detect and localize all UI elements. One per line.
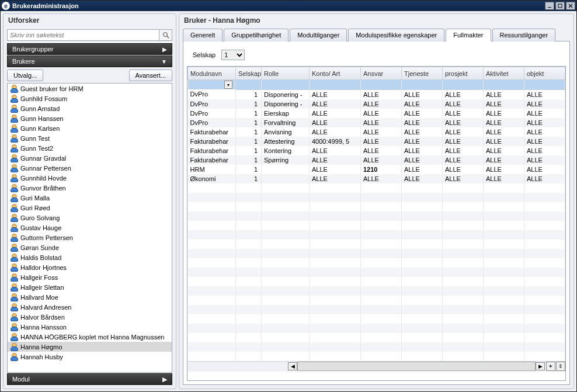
filter-selskap[interactable] <box>236 80 262 90</box>
col-ansvar[interactable]: Ansvar <box>361 67 402 80</box>
user-list-item[interactable]: Hannah Husby <box>8 352 172 362</box>
grid-row[interactable]: DvPro1ForvaltningALLEALLEALLEALLEALLEALL… <box>188 118 565 127</box>
grid-row[interactable] <box>188 240 565 249</box>
user-list-item[interactable]: Halldor Hjortnes <box>8 262 172 272</box>
user-list-item[interactable]: Gøran Sunde <box>8 242 172 252</box>
utvalg-button[interactable]: Utvalg... <box>7 70 43 81</box>
grid-row[interactable] <box>188 268 565 277</box>
grid-row[interactable] <box>188 352 565 361</box>
grid-collapse-button[interactable]: ⇕ <box>556 362 565 371</box>
tab-ressurstilganger[interactable]: Ressurstilganger <box>492 29 556 41</box>
col-tjeneste[interactable]: Tjeneste <box>402 67 443 80</box>
col-rolle[interactable]: Rolle <box>262 67 310 80</box>
tab-generelt[interactable]: Generelt <box>183 29 223 41</box>
user-list-item[interactable]: Halvard Andresen <box>8 302 172 312</box>
grid-row[interactable] <box>188 193 565 202</box>
user-list-item[interactable]: Hallgeir Slettan <box>8 282 172 292</box>
scroll-track[interactable] <box>297 362 536 371</box>
filter-rolle[interactable] <box>262 80 310 90</box>
user-list-item[interactable]: Gunhild Fossum <box>8 93 172 103</box>
grid-row[interactable] <box>188 230 565 240</box>
grid-row[interactable]: Fakturabehar1SpørringALLEALLEALLEALLEALL… <box>188 155 565 165</box>
tab-fullmakter[interactable]: Fullmakter <box>446 29 491 41</box>
col-aktivitet[interactable]: Aktivitet <box>484 67 524 80</box>
grid-row[interactable] <box>188 296 565 305</box>
user-list-item[interactable]: Gunn Hanssen <box>8 113 172 123</box>
close-button[interactable] <box>566 2 575 10</box>
minimize-button[interactable] <box>545 2 554 10</box>
grid-row[interactable]: DvPro1Disponering -ALLEALLEALLEALLEALLEA… <box>188 99 565 109</box>
grid-row[interactable] <box>188 202 565 211</box>
user-list-item[interactable]: Guttorm Pettersen <box>8 233 172 242</box>
col-konto[interactable]: Konto/ Art <box>310 67 361 80</box>
user-list-item[interactable]: Gunn Arnstad <box>8 103 172 113</box>
user-list-item[interactable]: Gunn Test <box>8 133 172 143</box>
tab-modultilganger[interactable]: Modultilganger <box>290 29 347 41</box>
grid-row[interactable] <box>188 249 565 258</box>
filter-dropdown-icon[interactable]: ▾ <box>224 81 232 89</box>
user-list-item[interactable]: Gunn Karlsen <box>8 123 172 133</box>
grid-row[interactable]: DvPro1Disponering -ALLEALLEALLEALLEALLEA… <box>188 89 565 99</box>
user-list-item[interactable]: Hallgeir Foss <box>8 272 172 282</box>
grid-row[interactable] <box>188 221 565 230</box>
user-list-item[interactable]: Gunnar Pettersen <box>8 163 172 173</box>
col-prosjekt[interactable]: prosjekt <box>443 67 484 80</box>
user-list-item[interactable]: Guest bruker for HRM <box>8 84 172 93</box>
grid-row[interactable]: Fakturabehar1KonteringALLEALLEALLEALLEAL… <box>188 146 565 155</box>
grid-cell-konto <box>310 286 361 296</box>
user-list-item[interactable]: Gunvor Bråthen <box>8 183 172 193</box>
grid-row[interactable] <box>188 258 565 268</box>
filter-modulnavn[interactable]: ▾ <box>188 80 236 89</box>
grid-row[interactable] <box>188 211 565 221</box>
selskap-select[interactable]: 1 <box>221 50 245 60</box>
user-list-item[interactable]: Halvor Bårdsen <box>8 312 172 322</box>
grid-row[interactable] <box>188 324 565 333</box>
user-list-item[interactable]: Gunn Test2 <box>8 143 172 153</box>
grid-row[interactable] <box>188 314 565 324</box>
user-list-item[interactable]: Guri Malla <box>8 193 172 203</box>
search-button[interactable] <box>159 29 172 41</box>
grid-row[interactable]: DvPro1EierskapALLEALLEALLEALLEALLEALLE <box>188 109 565 118</box>
scroll-right-button[interactable]: ▶ <box>536 362 545 370</box>
user-list-item[interactable]: Gunnar Gravdal <box>8 153 172 163</box>
nav-brukere[interactable]: Brukere ▼ <box>7 55 172 67</box>
user-list-item[interactable]: Guro Solvang <box>8 213 172 223</box>
tab-modulspesifikke[interactable]: Modulspesifikke egenskaper <box>348 29 444 41</box>
maximize-button[interactable] <box>555 2 565 10</box>
user-list-item[interactable]: Gunnhild Hovde <box>8 173 172 183</box>
nav-brukergrupper[interactable]: Brukergrupper ▶ <box>7 43 172 55</box>
grid-row[interactable] <box>188 286 565 296</box>
col-modulnavn[interactable]: Modulnavn <box>188 67 236 80</box>
col-selskap[interactable]: Selskap <box>236 67 262 80</box>
filter-tjeneste[interactable] <box>402 80 443 90</box>
grid-expand-button[interactable]: ✶ <box>546 362 555 371</box>
search-input[interactable] <box>7 29 159 41</box>
grid-row[interactable] <box>188 183 565 193</box>
filter-aktivitet[interactable] <box>484 80 524 90</box>
grid-row[interactable] <box>188 333 565 342</box>
filter-konto[interactable] <box>310 80 361 90</box>
user-list-item[interactable]: Hanna Høgmo <box>8 342 172 352</box>
user-list-item[interactable]: Hanna Hansson <box>8 322 172 332</box>
col-objekt[interactable]: objekt <box>524 67 565 80</box>
filter-prosjekt[interactable] <box>443 80 484 90</box>
filter-ansvar[interactable] <box>361 80 402 90</box>
grid-row[interactable]: Økonomi1ALLEALLEALLEALLEALLEALLE <box>188 174 565 183</box>
user-list-item[interactable]: HANNA HÖGBERG koplet mot Hanna Magnussen <box>8 332 172 342</box>
grid-row[interactable] <box>188 277 565 286</box>
grid-row[interactable]: Fakturabehar1Attestering4000:4999, 5ALLE… <box>188 137 565 146</box>
user-list[interactable]: Guest bruker for HRMGunhild FossumGunn A… <box>7 83 172 373</box>
user-list-item[interactable]: Hallvard Moe <box>8 292 172 302</box>
scroll-left-button[interactable]: ◀ <box>288 362 297 370</box>
grid-row[interactable]: Fakturabehar1AnvisningALLEALLEALLEALLEAL… <box>188 127 565 137</box>
grid-row[interactable]: HRM1ALLE1210ALLEALLEALLEALLE <box>188 165 565 174</box>
user-list-item[interactable]: Gustav Hauge <box>8 223 172 233</box>
grid-row[interactable] <box>188 342 565 352</box>
tab-gruppetilhorighet[interactable]: Gruppetilhørighet <box>224 29 288 41</box>
nav-modul[interactable]: Modul ▶ <box>7 373 172 385</box>
filter-objekt[interactable] <box>524 80 565 90</box>
user-list-item[interactable]: Haldis Bolstad <box>8 252 172 262</box>
grid-row[interactable] <box>188 305 565 314</box>
user-list-item[interactable]: Guri Røed <box>8 203 172 213</box>
avansert-button[interactable]: Avansert... <box>129 70 172 81</box>
